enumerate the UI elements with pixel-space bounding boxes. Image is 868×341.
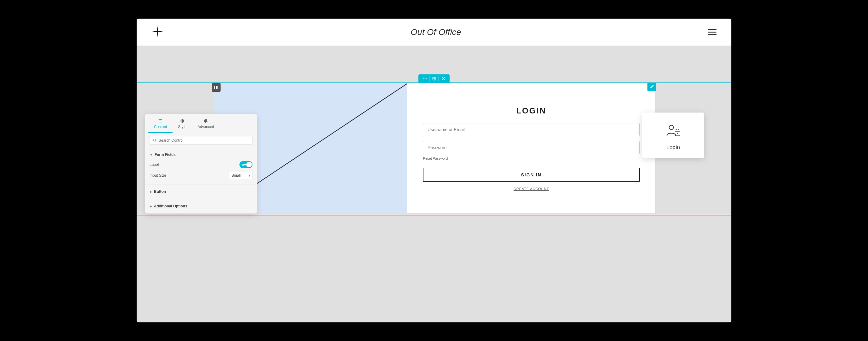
label-toggle[interactable]: SHOW (240, 161, 252, 168)
tab-content[interactable]: Content (148, 114, 173, 133)
button-arrow: ▶ (150, 190, 152, 194)
tab-style[interactable]: Style (173, 114, 192, 133)
canvas-area: ⊹ ⊞ ✕ (136, 46, 732, 322)
panel-tabs: Content Style Advanced (145, 114, 257, 133)
toolbar-divider-2 (439, 76, 439, 82)
login-popup-label: Login (666, 144, 680, 151)
login-popup-card: Login (642, 113, 704, 158)
login-popup-icon (664, 122, 682, 139)
hamburger-menu-icon[interactable] (708, 29, 716, 35)
search-input[interactable] (159, 138, 249, 143)
label-field-row: Label SHOW (150, 159, 252, 170)
search-icon (153, 139, 157, 142)
input-size-label: Input Size (150, 173, 166, 178)
svg-point-7 (669, 125, 674, 130)
svg-rect-1 (216, 86, 217, 89)
svg-point-5 (154, 139, 156, 141)
form-fields-label: Form Fields (155, 152, 176, 157)
svg-rect-0 (214, 86, 215, 89)
move-widget-button[interactable]: ⊹ (421, 76, 429, 82)
login-widget: LOGIN Reset Password SIGN IN CREATE ACCO… (213, 83, 655, 213)
tab-advanced-label: Advanced (198, 124, 214, 129)
button-section-header[interactable]: ▶ Button (150, 186, 252, 197)
password-input[interactable] (423, 141, 640, 154)
input-size-select[interactable]: Small Medium Large (228, 172, 252, 179)
control-panel: Content Style Advanced (145, 114, 257, 214)
selection-line-bottom (136, 215, 732, 216)
column-resize-handle[interactable] (212, 83, 221, 92)
toggle-show-label: SHOW (241, 163, 250, 166)
form-fields-header[interactable]: ▼ Form Fields (150, 151, 252, 159)
top-bar: Out Of Office (136, 19, 732, 46)
logo[interactable] (152, 25, 164, 39)
login-title: LOGIN (516, 106, 546, 116)
input-size-select-wrapper: Small Medium Large (228, 172, 252, 179)
input-size-field-row: Input Size Small Medium Large (150, 170, 252, 181)
tab-content-label: Content (154, 124, 167, 129)
widget-toolbar: ⊹ ⊞ ✕ (418, 75, 450, 83)
additional-options-header[interactable]: ▶ Additional Options (150, 201, 252, 211)
username-input[interactable] (423, 123, 640, 136)
site-title: Out Of Office (410, 27, 461, 37)
login-right-panel: LOGIN Reset Password SIGN IN CREATE ACCO… (407, 83, 655, 213)
form-fields-section: ▼ Form Fields Label SHOW Input Size Smal… (145, 148, 257, 184)
button-section-label: Button (154, 190, 166, 194)
browser-window: Out Of Office ⊹ ⊞ ✕ (136, 19, 732, 322)
form-fields-arrow: ▼ (150, 153, 153, 157)
tab-advanced[interactable]: Advanced (192, 114, 220, 133)
grid-widget-button[interactable]: ⊞ (430, 76, 438, 82)
search-wrapper (150, 136, 252, 145)
widget-edit-button[interactable] (647, 82, 656, 91)
svg-point-9 (677, 133, 678, 134)
additional-options-label: Additional Options (154, 204, 187, 208)
reset-password-link[interactable]: Reset Password (423, 157, 447, 160)
additional-arrow: ▶ (150, 205, 152, 208)
toolbar-divider (429, 76, 430, 82)
svg-rect-2 (217, 86, 218, 89)
sign-in-button[interactable]: SIGN IN (423, 168, 640, 182)
additional-options-section: ▶ Additional Options (145, 199, 257, 214)
button-section: ▶ Button (145, 184, 257, 199)
panel-search (145, 133, 257, 148)
svg-line-6 (156, 141, 157, 142)
label-field-label: Label (150, 163, 159, 167)
tab-style-label: Style (178, 124, 186, 129)
close-widget-button[interactable]: ✕ (440, 76, 447, 82)
create-account-link[interactable]: CREATE ACCOUNT (514, 187, 549, 191)
